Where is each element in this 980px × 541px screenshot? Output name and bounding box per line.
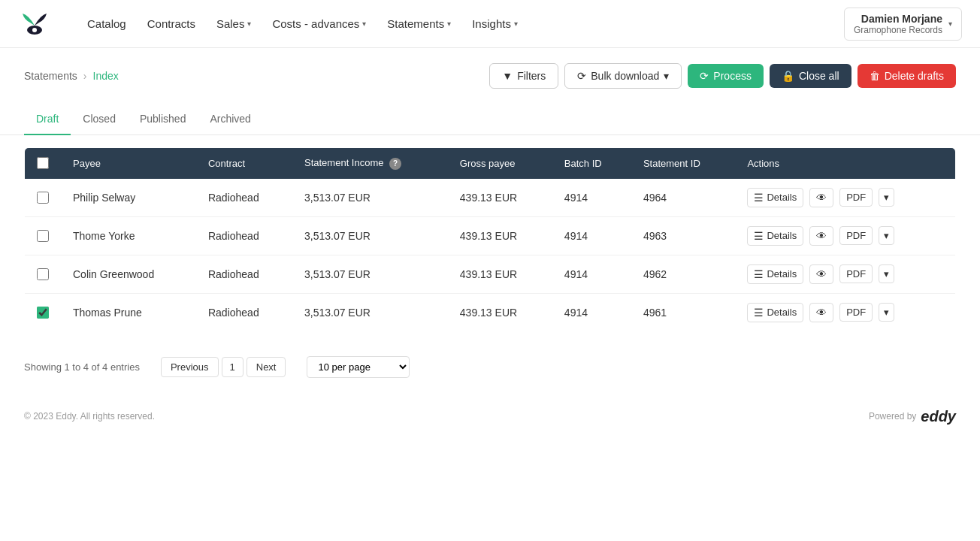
- contract-cell: Radiohead: [196, 293, 292, 331]
- statement-id-cell: 4962: [631, 255, 735, 293]
- table-row: Colin Greenwood Radiohead 3,513.07 EUR 4…: [25, 255, 956, 293]
- gross-payee-cell: 439.13 EUR: [448, 255, 552, 293]
- row-checkbox-3[interactable]: [37, 307, 49, 319]
- row-chevron-icon: ▾: [884, 192, 889, 203]
- logo[interactable]: [18, 8, 51, 41]
- row-checkbox-cell: [25, 216, 62, 255]
- details-button-3[interactable]: ☰ Details: [747, 303, 803, 322]
- insights-chevron-icon: ▾: [514, 20, 518, 28]
- row-chevron-icon: ▾: [884, 268, 889, 280]
- trash-icon: 🗑: [870, 70, 880, 82]
- row-checkbox-cell: [25, 255, 62, 293]
- eye-button-1[interactable]: 👁: [809, 226, 833, 246]
- pagination: Showing 1 to 4 of 4 entries Previous 1 N…: [0, 344, 980, 390]
- user-company: Gramophone Records: [854, 25, 942, 35]
- nav-contracts[interactable]: Contracts: [147, 17, 195, 30]
- nav-links: Catalog Contracts Sales ▾ Costs - advanc…: [87, 17, 820, 30]
- statement-income-cell: 3,513.07 EUR: [292, 216, 448, 255]
- payee-cell: Thomas Prune: [61, 293, 196, 331]
- user-menu[interactable]: Damien Morjane Gramophone Records ▾: [844, 8, 962, 41]
- powered-by-text: Powered by: [869, 411, 916, 422]
- row-dropdown-1[interactable]: ▾: [879, 226, 894, 245]
- row-checkbox-cell: [25, 179, 62, 217]
- table-row: Thomas Prune Radiohead 3,513.07 EUR 439.…: [25, 293, 956, 331]
- row-dropdown-0[interactable]: ▾: [879, 188, 894, 207]
- select-all-header: [25, 148, 62, 179]
- close-all-button[interactable]: 🔒 Close all: [770, 64, 851, 88]
- filters-button[interactable]: ▼ Filters: [489, 63, 558, 89]
- row-checkbox-2[interactable]: [37, 268, 49, 280]
- details-button-1[interactable]: ☰ Details: [747, 226, 803, 246]
- tab-published[interactable]: Published: [128, 104, 198, 135]
- statement-income-cell: 3,513.07 EUR: [292, 179, 448, 217]
- statement-income-info-icon[interactable]: ?: [389, 158, 401, 170]
- table-row: Thome Yorke Radiohead 3,513.07 EUR 439.1…: [25, 216, 956, 255]
- pdf-button-3[interactable]: PDF: [839, 303, 873, 322]
- row-checkbox-0[interactable]: [37, 192, 49, 204]
- payee-cell: Thome Yorke: [61, 216, 196, 255]
- download-icon: ⟳: [577, 70, 586, 82]
- statements-chevron-icon: ▾: [447, 20, 451, 28]
- tab-draft[interactable]: Draft: [24, 104, 71, 135]
- batch-id-cell: 4914: [552, 293, 631, 331]
- nav-statements[interactable]: Statements ▾: [387, 17, 451, 30]
- actions-header: Actions: [735, 148, 955, 179]
- tab-closed[interactable]: Closed: [71, 104, 128, 135]
- breadcrumb-separator: ›: [83, 70, 87, 82]
- breadcrumb-parent[interactable]: Statements: [24, 70, 77, 82]
- gross-payee-cell: 439.13 EUR: [448, 179, 552, 217]
- eye-button-3[interactable]: 👁: [809, 303, 833, 322]
- details-button-0[interactable]: ☰ Details: [747, 188, 803, 207]
- contract-header: Contract: [196, 148, 292, 179]
- toolbar: ▼ Filters ⟳ Bulk download ▾ ⟳ Process 🔒 …: [489, 63, 956, 89]
- user-name: Damien Morjane: [854, 13, 942, 25]
- footer-brand-name: eddy: [921, 408, 956, 425]
- navbar: Catalog Contracts Sales ▾ Costs - advanc…: [0, 0, 980, 48]
- page-header: Statements › Index ▼ Filters ⟳ Bulk down…: [0, 48, 980, 104]
- process-icon: ⟳: [700, 70, 709, 82]
- batch-id-cell: 4914: [552, 216, 631, 255]
- breadcrumb-current: Index: [93, 70, 119, 82]
- user-chevron-icon: ▾: [948, 20, 952, 28]
- user-info: Damien Morjane Gramophone Records: [854, 13, 942, 35]
- row-dropdown-3[interactable]: ▾: [879, 303, 894, 322]
- pdf-button-2[interactable]: PDF: [839, 264, 873, 283]
- next-page-button[interactable]: Next: [247, 357, 286, 377]
- nav-catalog[interactable]: Catalog: [87, 17, 126, 30]
- statement-id-cell: 4964: [631, 179, 735, 217]
- pagination-controls: Previous 1 Next: [161, 357, 286, 377]
- tab-archived[interactable]: Archived: [198, 104, 262, 135]
- eye-button-2[interactable]: 👁: [809, 264, 833, 284]
- process-button[interactable]: ⟳ Process: [688, 64, 764, 88]
- eye-icon: 👁: [816, 268, 827, 280]
- nav-insights[interactable]: Insights ▾: [472, 17, 518, 30]
- per-page-select[interactable]: 10 per page 25 per page 50 per page 100 …: [307, 356, 410, 378]
- nav-sales[interactable]: Sales ▾: [216, 17, 252, 30]
- batch-id-header: Batch ID: [552, 148, 631, 179]
- row-chevron-icon: ▾: [884, 307, 889, 318]
- payee-cell: Colin Greenwood: [61, 255, 196, 293]
- payee-cell: Philip Selway: [61, 179, 196, 217]
- footer: © 2023 Eddy. All rights reserved. Powere…: [0, 390, 980, 443]
- previous-page-button[interactable]: Previous: [161, 357, 219, 377]
- row-checkbox-cell: [25, 293, 62, 331]
- actions-cell: ☰ Details 👁 PDF ▾: [735, 293, 955, 331]
- statement-income-cell: 3,513.07 EUR: [292, 255, 448, 293]
- batch-id-cell: 4914: [552, 179, 631, 217]
- row-dropdown-2[interactable]: ▾: [879, 264, 894, 283]
- list-icon: ☰: [754, 268, 764, 280]
- statement-id-cell: 4961: [631, 293, 735, 331]
- pdf-button-1[interactable]: PDF: [839, 226, 873, 245]
- select-all-checkbox[interactable]: [37, 157, 49, 169]
- eye-button-0[interactable]: 👁: [809, 188, 833, 207]
- contract-cell: Radiohead: [196, 179, 292, 217]
- statement-income-header: Statement Income ?: [292, 148, 448, 179]
- statement-id-header: Statement ID: [631, 148, 735, 179]
- bulk-download-button[interactable]: ⟳ Bulk download ▾: [564, 63, 682, 89]
- gross-payee-header: Gross payee: [448, 148, 552, 179]
- pdf-button-0[interactable]: PDF: [839, 188, 873, 207]
- delete-drafts-button[interactable]: 🗑 Delete drafts: [858, 64, 956, 88]
- row-checkbox-1[interactable]: [37, 230, 49, 242]
- details-button-2[interactable]: ☰ Details: [747, 264, 803, 284]
- nav-costs[interactable]: Costs - advances ▾: [272, 17, 366, 30]
